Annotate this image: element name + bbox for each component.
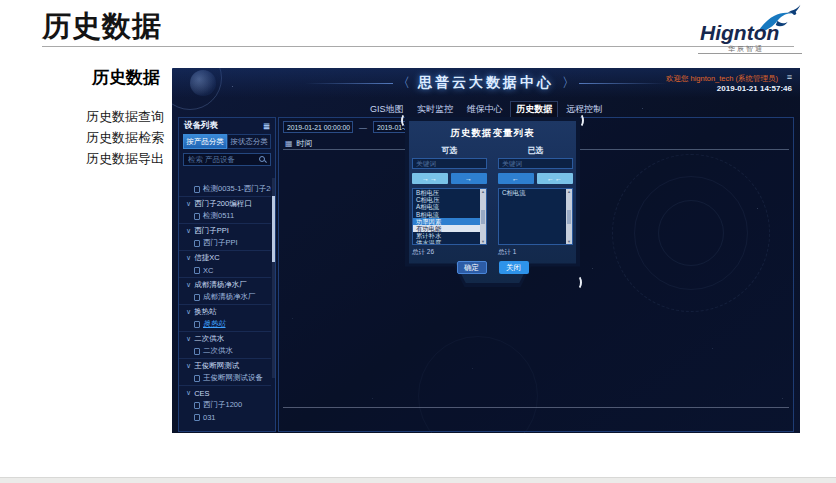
scrollbar-thumb[interactable] xyxy=(481,210,485,224)
device-icon xyxy=(194,414,200,421)
move-all-right-button[interactable]: →→ xyxy=(412,173,448,184)
chosen-transfer-buttons: ← ←← xyxy=(498,173,573,184)
tree-group-label: 西门子200编程口 xyxy=(194,199,252,209)
tree-device-item[interactable]: 成都清杨净水厂 xyxy=(179,291,271,303)
scroll-up-icon[interactable]: ▲ xyxy=(567,189,571,194)
device-tree-scrollbar[interactable] xyxy=(272,178,275,378)
hamburger-menu-icon[interactable]: ≡ xyxy=(787,72,792,82)
variable-item[interactable]: 功率因素 xyxy=(413,218,480,225)
date-from-input[interactable] xyxy=(283,121,353,133)
tree-group: ∨信捷XCXC xyxy=(179,250,271,277)
tree-group-header[interactable]: ∨西门子PPI xyxy=(179,225,271,237)
tree-group: ∨二次供水二次供水 xyxy=(179,331,271,358)
logo-brand-text: Hignton xyxy=(700,21,779,45)
close-button[interactable]: 关闭 xyxy=(499,261,529,274)
move-all-left-button[interactable]: ←← xyxy=(537,173,573,184)
search-icon xyxy=(259,156,266,163)
available-list: B相电压C相电压A相电流B相电流功率因素有功电能累计补水供水温度 ▲ ▼ xyxy=(412,188,487,245)
tree-group: ∨西门子200编程口检测0511 xyxy=(179,196,271,223)
tree-group-label: 信捷XC xyxy=(194,253,219,263)
available-list-scrollbar[interactable]: ▲ ▼ xyxy=(480,189,486,244)
panel-collapse-icon[interactable]: ≣ xyxy=(263,121,270,131)
tree-device-item[interactable]: XC xyxy=(179,264,271,276)
scrollbar-thumb[interactable] xyxy=(272,196,275,262)
device-icon xyxy=(194,240,200,247)
tree-device-item[interactable]: 王俊断网测试设备 xyxy=(179,372,271,384)
variable-item[interactable]: 累计补水 xyxy=(413,232,480,239)
scroll-down-icon[interactable]: ▼ xyxy=(567,239,571,244)
tree-group-header[interactable]: ∨CES xyxy=(179,387,271,399)
device-icon xyxy=(194,213,200,220)
chevron-down-icon: ∨ xyxy=(186,200,191,208)
tree-device-item[interactable]: 西门子PPI xyxy=(179,237,271,249)
dashboard-screenshot: 〈 思普云大数据中心 〉 欢迎您 hignton_tech (系统管理员) ≡ … xyxy=(172,68,800,433)
tree-group-label: 西门子PPI xyxy=(194,226,229,236)
device-icon xyxy=(194,267,200,274)
nav-tab-远程控制[interactable]: 远程控制 xyxy=(560,101,608,118)
variable-item[interactable]: A相电流 xyxy=(413,203,480,210)
device-panel: 设备列表 ≣ 按产品分类按状态分类 检测0035-1-西门子200∨西门子200… xyxy=(178,117,276,432)
modal-title: 历史数据变量列表 xyxy=(405,127,580,140)
tree-device-item[interactable]: 031 xyxy=(179,411,271,423)
tree-group-header[interactable]: ∨换热站 xyxy=(179,306,271,318)
nav-tab-维保中心[interactable]: 维保中心 xyxy=(461,101,509,118)
variable-item[interactable]: C相电流 xyxy=(499,189,566,196)
chevron-down-icon: ∨ xyxy=(186,227,191,235)
tree-group-header[interactable]: ∨西门子200编程口 xyxy=(179,198,271,210)
tree-group-header[interactable]: ∨二次供水 xyxy=(179,333,271,345)
tree-group-header[interactable]: ∨成都清杨净水厂 xyxy=(179,279,271,291)
variable-item[interactable]: 有功电能 xyxy=(413,225,480,232)
device-icon xyxy=(194,375,200,382)
available-list-items: B相电压C相电压A相电流B相电流功率因素有功电能累计补水供水温度 xyxy=(413,189,480,244)
variable-item[interactable]: C相电压 xyxy=(413,196,480,203)
sidebar-menu: 历史数据查询历史数据检索历史数据导出 xyxy=(86,106,164,169)
chevron-down-icon: ∨ xyxy=(186,335,191,343)
modal-corner-bracket-tr xyxy=(574,113,584,128)
device-panel-tab[interactable]: 按产品分类 xyxy=(183,134,227,149)
move-left-button[interactable]: ← xyxy=(498,173,534,184)
doc-menu-item: 历史数据查询 xyxy=(86,106,164,127)
date-separator: — xyxy=(359,123,367,132)
tree-group: ∨西门子PPI西门子PPI xyxy=(179,223,271,250)
title-bracket-right: 〉 xyxy=(562,74,575,92)
scroll-down-icon[interactable]: ▼ xyxy=(481,239,485,244)
welcome-user-text: 欢迎您 hignton_tech (系统管理员) xyxy=(666,74,778,84)
tree-device-item[interactable]: 换热站 xyxy=(179,318,271,330)
tree-device-item[interactable]: 西门子1200 xyxy=(179,399,271,411)
tree-group-label: 成都清杨净水厂 xyxy=(194,280,247,290)
variable-item[interactable]: B相电流 xyxy=(413,211,480,218)
device-panel-tab[interactable]: 按状态分类 xyxy=(227,134,271,149)
variable-item[interactable]: B相电压 xyxy=(413,189,480,196)
chosen-list: C相电流 ▲ ▼ xyxy=(498,188,573,245)
tree-group-header[interactable]: ∨信捷XC xyxy=(179,252,271,264)
tree-device-item[interactable]: 检测0035-1-西门子200 xyxy=(179,183,271,195)
tree-item-label: 031 xyxy=(203,413,216,422)
available-label: 可选 xyxy=(412,145,487,156)
chosen-list-scrollbar[interactable]: ▲ ▼ xyxy=(566,189,572,244)
modal-corner-bracket-tl xyxy=(401,113,411,128)
page-footer-strip xyxy=(0,477,836,483)
available-search-input[interactable] xyxy=(413,160,486,167)
tree-group-header[interactable]: ∨王俊断网测试 xyxy=(179,360,271,372)
page-title: 历史数据 xyxy=(42,7,162,47)
chosen-search-input[interactable] xyxy=(499,160,572,167)
hignton-logo: Hignton 华辰智通 xyxy=(692,4,808,56)
tree-device-item[interactable]: 二次供水 xyxy=(179,345,271,357)
chosen-search-box xyxy=(498,158,573,169)
move-right-button[interactable]: → xyxy=(451,173,487,184)
nav-tab-历史数据[interactable]: 历史数据 xyxy=(510,101,558,118)
tree-device-item[interactable]: 检测0511 xyxy=(179,210,271,222)
variable-item[interactable]: 供水温度 xyxy=(413,239,480,244)
doc-menu-item: 历史数据导出 xyxy=(86,148,164,169)
scroll-up-icon[interactable]: ▲ xyxy=(481,189,485,194)
chosen-list-items: C相电流 xyxy=(499,189,566,244)
tree-item-label: 检测0035-1-西门子200 xyxy=(203,184,271,194)
logo-underline xyxy=(698,53,802,54)
chevron-down-icon: ∨ xyxy=(186,281,191,289)
confirm-button[interactable]: 确定 xyxy=(457,261,487,274)
scrollbar-thumb[interactable] xyxy=(567,210,571,224)
nav-tab-实时监控[interactable]: 实时监控 xyxy=(411,101,459,118)
tree-group-label: 王俊断网测试 xyxy=(194,361,239,371)
device-search-input[interactable] xyxy=(188,155,259,164)
chosen-label: 已选 xyxy=(498,145,573,156)
